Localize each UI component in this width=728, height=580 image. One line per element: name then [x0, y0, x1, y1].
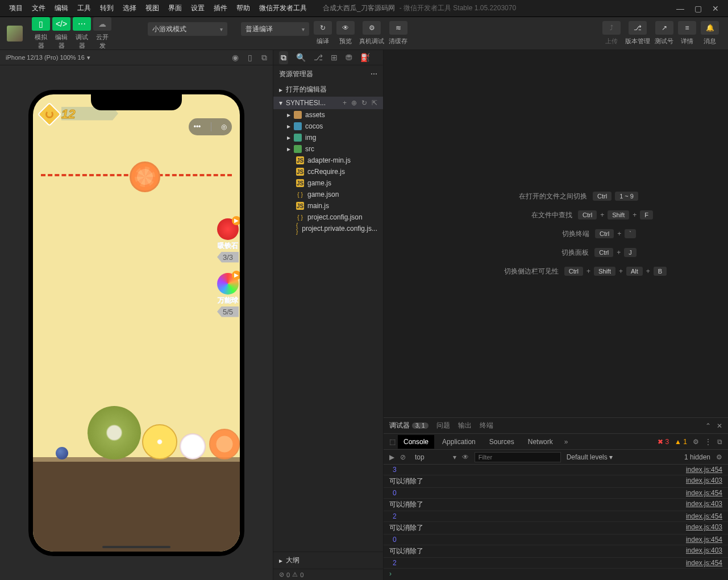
log-source-link[interactable]: index.js:454: [686, 536, 722, 544]
menu-tools[interactable]: 工具: [73, 3, 95, 13]
record-icon[interactable]: ◉: [232, 53, 239, 63]
menu-plugins[interactable]: 插件: [209, 3, 232, 13]
debugger-button[interactable]: ⋯: [73, 17, 91, 31]
simulator-button[interactable]: ▯: [32, 17, 50, 31]
close-icon[interactable]: ✕: [717, 422, 722, 430]
tab-terminal[interactable]: 终端: [480, 421, 493, 430]
extensions-icon[interactable]: ⊞: [331, 53, 338, 62]
chevron-down-icon[interactable]: ▾: [87, 54, 90, 61]
menu-file[interactable]: 文件: [27, 3, 50, 13]
testnum-button[interactable]: ↗: [655, 21, 673, 35]
minimize-icon[interactable]: —: [676, 4, 684, 13]
upload-button[interactable]: ⤴: [602, 21, 621, 35]
filter-input[interactable]: [475, 452, 561, 462]
new-folder-icon[interactable]: ⊕: [351, 99, 357, 107]
folder-cocos[interactable]: ▸cocos: [273, 121, 383, 132]
log-source-link[interactable]: index.js:454: [686, 512, 722, 520]
detail-button[interactable]: ≡: [678, 21, 696, 35]
hidden-count[interactable]: 1 hidden: [684, 453, 710, 461]
inspect-icon[interactable]: ⬚: [389, 438, 396, 446]
db-icon[interactable]: ⛃: [346, 53, 352, 62]
error-icon[interactable]: ⊘: [279, 571, 284, 578]
tab-problems[interactable]: 问题: [436, 421, 450, 430]
warning-badge[interactable]: ▲ 1: [675, 438, 687, 446]
close-icon[interactable]: ✕: [712, 4, 719, 13]
opened-editors-section[interactable]: ▸打开的编辑器: [273, 82, 383, 97]
folder-src[interactable]: ▸src: [273, 143, 383, 155]
file-game-js[interactable]: JSgame.js: [273, 177, 383, 189]
file-project-private[interactable]: { }project.private.config.js...: [273, 223, 383, 234]
menu-settings[interactable]: 设置: [186, 3, 209, 13]
powerup-magnet[interactable]: ▶ 吸铁石 3/3: [217, 218, 239, 263]
levels-select[interactable]: Default levels ▾: [567, 453, 613, 461]
warning-icon[interactable]: ⚠: [292, 571, 298, 578]
log-source-link[interactable]: index.js:454: [686, 559, 722, 567]
branch-icon[interactable]: ⎇: [314, 53, 323, 62]
popout-icon[interactable]: ⧉: [261, 53, 267, 63]
new-file-icon[interactable]: +: [343, 99, 347, 107]
tab-output[interactable]: 输出: [458, 421, 472, 430]
game-screen[interactable]: 12 •••◎ ▶ 吸铁石 3/3 ▶ 万能球 5/5: [33, 94, 240, 552]
device-label[interactable]: iPhone 12/13 (Pro) 100% 16: [6, 54, 85, 61]
file-project-config[interactable]: { }project.config.json: [273, 212, 383, 223]
mode-dropdown[interactable]: 小游戏模式▾: [148, 22, 227, 36]
menu-help[interactable]: 帮助: [232, 3, 255, 13]
clear-cache-button[interactable]: ≋: [389, 21, 407, 35]
message-button[interactable]: 🔔: [701, 21, 719, 35]
log-source-link[interactable]: index.js:403: [686, 546, 722, 556]
compile-dropdown[interactable]: 普通编译▾: [241, 22, 309, 36]
gear-icon[interactable]: ⚙: [693, 438, 699, 446]
editor-button[interactable]: </>: [52, 17, 70, 31]
eye-icon[interactable]: 👁: [462, 453, 469, 461]
log-source-link[interactable]: index.js:403: [686, 500, 722, 509]
menu-wechat[interactable]: 微信开发者工具: [255, 3, 311, 13]
file-game-json[interactable]: { }game.json: [273, 189, 383, 200]
menu-capsule[interactable]: •••◎: [189, 118, 232, 135]
log-source-link[interactable]: index.js:403: [686, 477, 722, 486]
log-source-link[interactable]: index.js:403: [686, 523, 722, 533]
outline-section[interactable]: ▸大纲: [273, 552, 383, 569]
more-icon[interactable]: ⋯: [371, 70, 377, 78]
tab-network[interactable]: Network: [522, 435, 559, 449]
phone-icon[interactable]: ▯: [248, 53, 252, 63]
avatar[interactable]: [7, 26, 23, 42]
preview-button[interactable]: 👁: [336, 21, 355, 35]
collapse-icon[interactable]: ⇱: [372, 99, 377, 107]
search-icon[interactable]: 🔍: [296, 53, 306, 62]
kebab-icon[interactable]: ⋮: [705, 438, 712, 446]
file-adapter[interactable]: JSadapter-min.js: [273, 155, 383, 166]
popout-icon[interactable]: ⧉: [717, 438, 722, 446]
error-badge[interactable]: ✖ 3: [658, 438, 669, 446]
tab-application[interactable]: Application: [436, 435, 481, 449]
menu-select[interactable]: 选择: [118, 3, 141, 13]
gear-icon[interactable]: ⚙: [716, 453, 722, 461]
menu-view[interactable]: 视图: [141, 3, 164, 13]
menu-goto[interactable]: 转到: [95, 3, 118, 13]
console-prompt[interactable]: ›: [384, 569, 728, 579]
explorer-icon[interactable]: ⧉: [279, 51, 288, 64]
version-button[interactable]: ⎇: [629, 21, 647, 35]
cloud-button[interactable]: ☁: [93, 17, 111, 31]
maximize-icon[interactable]: ▢: [694, 4, 702, 13]
folder-img[interactable]: ▸img: [273, 132, 383, 143]
play-icon[interactable]: ▶: [389, 453, 394, 461]
remote-debug-button[interactable]: ⚙: [363, 21, 381, 35]
gas-icon[interactable]: ⛽: [360, 53, 370, 62]
console-output[interactable]: 3index.js:454可以消除了index.js:4030index.js:…: [384, 465, 728, 580]
context-select[interactable]: top: [411, 452, 447, 462]
clear-icon[interactable]: ⊘: [400, 453, 406, 461]
file-main[interactable]: JSmain.js: [273, 200, 383, 212]
compile-button[interactable]: ↻: [314, 21, 332, 35]
project-section[interactable]: ▾ SYNTHESI... +⊕↻⇱: [273, 97, 383, 109]
collapse-icon[interactable]: ⌃: [705, 422, 711, 430]
menu-ui[interactable]: 界面: [164, 3, 186, 13]
refresh-icon[interactable]: ↻: [361, 99, 367, 107]
tab-console[interactable]: Console: [398, 435, 434, 449]
menu-project[interactable]: 项目: [5, 3, 27, 13]
tab-debugger[interactable]: 调试器3, 1: [389, 421, 429, 430]
tab-sources[interactable]: Sources: [484, 435, 520, 449]
menu-edit[interactable]: 编辑: [50, 3, 73, 13]
log-source-link[interactable]: index.js:454: [686, 466, 722, 474]
powerup-ball[interactable]: ▶ 万能球 5/5: [217, 273, 239, 317]
log-source-link[interactable]: index.js:454: [686, 489, 722, 497]
